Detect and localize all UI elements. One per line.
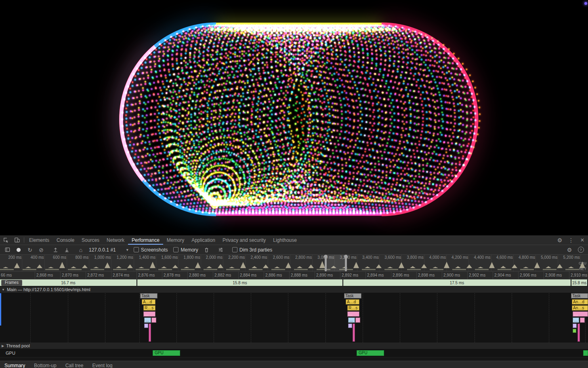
flame-task-block[interactable]: … bbox=[143, 311, 155, 317]
tab-event-log[interactable]: Event log bbox=[88, 361, 117, 368]
flame-task-block[interactable] bbox=[580, 317, 585, 323]
overview-tick-label: 3,800 ms bbox=[402, 255, 424, 260]
main-flame-chart[interactable]: TaskA…dR…s……TaskA…dR…s……TaskAn…dAn…s…… bbox=[0, 293, 588, 343]
flame-task-block[interactable]: Task bbox=[344, 293, 361, 298]
tab-label: Event log bbox=[92, 363, 112, 368]
overview-selection-window[interactable] bbox=[326, 255, 346, 271]
throttling-settings-button[interactable] bbox=[215, 247, 227, 253]
flame-task-block[interactable] bbox=[355, 317, 360, 323]
flame-task-block[interactable]: R…s bbox=[143, 305, 155, 311]
flame-task-block[interactable]: Task bbox=[140, 293, 158, 298]
tab-sources[interactable]: Sources bbox=[78, 235, 103, 245]
frames-track-label[interactable]: Frames bbox=[1, 280, 22, 286]
flame-task-block[interactable]: … bbox=[573, 311, 588, 317]
checkbox-box-icon bbox=[173, 247, 178, 252]
overview-tick-label: 4,200 ms bbox=[447, 255, 469, 260]
recording-indicator-dot bbox=[584, 2, 587, 5]
tab-privacy-and-security[interactable]: Privacy and security bbox=[219, 235, 269, 245]
overview-tick-label: 5,000 ms bbox=[536, 255, 558, 260]
tab-call-tree[interactable]: Call tree bbox=[61, 361, 88, 368]
load-profile-button[interactable] bbox=[50, 247, 61, 253]
network-activity-strip bbox=[0, 269, 588, 270]
tab-bottom-up[interactable]: Bottom-up bbox=[29, 361, 61, 368]
flame-task-block[interactable]: A…d bbox=[142, 299, 155, 305]
flame-task-block[interactable] bbox=[144, 324, 148, 328]
help-button[interactable]: ? bbox=[575, 247, 586, 253]
ruler-tick-label: 2,868 ms bbox=[35, 272, 60, 279]
flame-task-block[interactable]: … bbox=[573, 317, 579, 323]
frame-boundary-line bbox=[288, 293, 288, 343]
expand-triangle-icon: ▶ bbox=[2, 344, 4, 348]
save-profile-button[interactable] bbox=[61, 247, 72, 253]
frame-boundary-line bbox=[68, 293, 68, 343]
overview-tick-label: 1,200 ms bbox=[111, 255, 134, 260]
selection-handle-right[interactable] bbox=[345, 255, 347, 271]
flame-task-block[interactable]: … bbox=[144, 317, 151, 323]
flame-task-block[interactable] bbox=[578, 324, 580, 342]
thread-pool-track-header[interactable]: ▶ Thread pool bbox=[0, 343, 588, 349]
reload-and-record-button[interactable]: ↻ bbox=[24, 247, 36, 253]
tab-console[interactable]: Console bbox=[53, 235, 78, 245]
gear-icon: ⚙ bbox=[567, 247, 572, 253]
live-metrics-button[interactable]: ⌂ bbox=[75, 247, 86, 253]
tab-application[interactable]: Application bbox=[188, 235, 219, 245]
clear-recording-button[interactable]: ⊘ bbox=[36, 247, 47, 253]
gpu-activity-block[interactable]: GPU bbox=[357, 350, 384, 356]
flame-task-block[interactable]: An…d bbox=[572, 299, 588, 305]
cpu-row-label: CPU bbox=[579, 261, 586, 265]
timeline-overview[interactable]: 200 ms400 ms600 ms800 ms1,000 ms1,200 ms… bbox=[0, 255, 588, 272]
devtools-settings-button[interactable]: ⚙ bbox=[554, 235, 565, 245]
screenshots-checkbox[interactable]: Screenshots bbox=[134, 247, 168, 253]
tab-performance[interactable]: Performance bbox=[128, 235, 163, 245]
capture-settings-button[interactable]: ⚙ bbox=[564, 247, 575, 253]
inspect-element-button[interactable] bbox=[0, 235, 11, 245]
flame-task-block[interactable] bbox=[353, 324, 355, 342]
overview-tick-label: 200 ms bbox=[0, 255, 22, 260]
devtools-menu-button[interactable]: ⋮ bbox=[565, 235, 577, 245]
overview-tick-label: 4,400 ms bbox=[469, 255, 491, 260]
flame-task-block[interactable] bbox=[348, 324, 352, 328]
device-toolbar-icon bbox=[14, 237, 20, 243]
tab-summary[interactable]: Summary bbox=[0, 361, 29, 368]
overview-tick-label: 1,800 ms bbox=[178, 255, 201, 260]
track-focus-indicator bbox=[0, 293, 1, 326]
ruler-tick-label: 2,890 ms bbox=[315, 272, 340, 279]
tab-label: Lighthouse bbox=[273, 237, 297, 243]
frame-segment[interactable]: 15.8 ms bbox=[137, 279, 343, 286]
flame-task-block[interactable] bbox=[149, 324, 151, 342]
frame-segment[interactable]: 15.8 ms bbox=[571, 279, 588, 286]
flame-task-block[interactable] bbox=[151, 317, 156, 323]
frame-boundary-line bbox=[214, 293, 214, 343]
flame-task-block[interactable]: … bbox=[347, 311, 359, 317]
flame-task-block[interactable] bbox=[573, 324, 577, 328]
overview-tick-label: 1,600 ms bbox=[156, 255, 178, 260]
toggle-sidebar-button[interactable] bbox=[2, 247, 13, 253]
collapse-triangle-icon: ▼ bbox=[2, 288, 5, 292]
flame-task-block[interactable]: R…s bbox=[347, 305, 359, 311]
gpu-activity-block[interactable]: GPU bbox=[153, 350, 180, 356]
tab-label: Network bbox=[107, 237, 124, 243]
devtools-close-button[interactable]: × bbox=[577, 235, 588, 245]
flame-task-block[interactable]: … bbox=[348, 317, 355, 323]
history-dropdown[interactable]: 127.0.0.1 #1 ▾ bbox=[86, 247, 131, 253]
dim-3rd-parties-label: Dim 3rd parties bbox=[239, 247, 272, 253]
frame-segment[interactable]: 17.5 ms bbox=[343, 279, 571, 286]
selection-handle-left[interactable] bbox=[325, 255, 327, 271]
visualization-canvas bbox=[0, 0, 588, 235]
record-button[interactable] bbox=[13, 248, 24, 252]
collect-garbage-button[interactable] bbox=[201, 247, 212, 253]
flame-task-block[interactable]: A…d bbox=[346, 299, 359, 305]
gpu-activity-block[interactable] bbox=[583, 350, 588, 356]
tab-label: Sources bbox=[82, 237, 99, 243]
tab-lighthouse[interactable]: Lighthouse bbox=[269, 235, 300, 245]
dim-3rd-parties-checkbox[interactable]: Dim 3rd parties bbox=[232, 247, 272, 253]
tab-memory[interactable]: Memory bbox=[163, 235, 188, 245]
memory-checkbox[interactable]: Memory bbox=[173, 247, 198, 253]
tab-network[interactable]: Network bbox=[103, 235, 128, 245]
flame-task-block[interactable] bbox=[573, 329, 576, 333]
flame-task-block[interactable]: Task bbox=[571, 293, 588, 298]
flame-task-block[interactable]: An…s bbox=[572, 305, 588, 311]
tab-elements[interactable]: Elements bbox=[25, 235, 53, 245]
main-track-header[interactable]: ▼ Main — http://127.0.0.1:5501/dev/mjs.h… bbox=[0, 286, 588, 293]
device-toolbar-button[interactable] bbox=[11, 235, 23, 245]
